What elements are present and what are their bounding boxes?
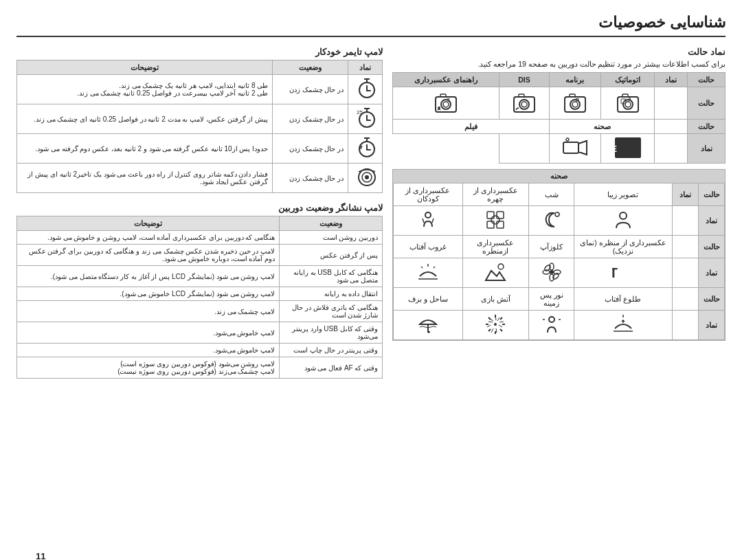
icon-cell xyxy=(348,164,383,193)
svg-rect-17 xyxy=(570,94,575,97)
col-vaziat: وضعیت xyxy=(273,60,348,75)
sunrise-icon-svg xyxy=(612,313,634,335)
vaziat-cell: دوربین روشن است xyxy=(280,231,383,245)
namad-title: نماد حالت xyxy=(392,47,726,57)
backlight-icon-svg xyxy=(541,313,563,335)
macro-icon-svg xyxy=(541,261,563,283)
portrait-icon-svg xyxy=(612,209,634,231)
table-row: در حال چشمک زدن فشار دادن دکمه شاتر روی … xyxy=(17,164,383,193)
namad-icon-cell xyxy=(655,87,688,120)
svg-marker-32 xyxy=(578,141,587,155)
namad-section: نماد حالت برای کسب اطلاعات بیشتر در مورد… xyxy=(392,47,726,341)
col-namad: نماد xyxy=(348,60,383,75)
table-row: نماد xyxy=(394,206,725,236)
table-row: حالت صحنه فیلم xyxy=(393,120,726,134)
table-row: نماد xyxy=(394,311,725,340)
svg-point-51 xyxy=(549,317,554,322)
namad-blank3 xyxy=(673,258,699,288)
face-cell: عکسبرداری از چهره xyxy=(462,183,529,206)
namad-label3: نماد xyxy=(699,311,725,340)
svg-rect-39 xyxy=(497,221,504,228)
face-icon xyxy=(462,206,529,236)
col-tozihat: توضیحات xyxy=(17,60,273,75)
lamp-status-table: وضعیت توضیحات دوربین روشن است هنگامی که … xyxy=(16,216,383,379)
svg-point-50 xyxy=(498,264,504,269)
kids-icon-svg xyxy=(417,209,439,231)
svg-rect-29 xyxy=(615,137,641,158)
sunrise-cell: طلوع آفتاب xyxy=(574,288,672,311)
table-row: وقتی که کابل USB وارد پرینتر می‌شود لامپ… xyxy=(17,322,383,344)
landscape-icon-svg xyxy=(484,261,506,283)
backlight-icon xyxy=(529,311,574,340)
hal-label: حالت xyxy=(699,183,725,206)
svg-rect-37 xyxy=(497,212,504,219)
sunset-cell: غروب آفتاب xyxy=(394,236,462,258)
guide-icon-cell: ? xyxy=(393,87,499,120)
vaziat-cell: انتقال داده به رایانه xyxy=(280,287,383,301)
col-guide: راهنمای عکسبرداری xyxy=(393,73,499,87)
svg-rect-36 xyxy=(487,212,494,219)
svg-rect-26 xyxy=(440,94,446,97)
macro-cell: کلوزآپ xyxy=(529,236,574,258)
closeup-cell: عکسبرداری از منظره (نمای نزدیک) xyxy=(574,236,672,258)
tozihat-cell: پیش از گرفتن عکس، لامپ به مدت 2 ثانیه در… xyxy=(17,104,273,134)
vaziat-cell: وقتی که کابل USB وارد پرینتر می‌شود xyxy=(280,322,383,344)
sunset-icon xyxy=(394,258,462,288)
table-row: حالت عکسبرداری از منظره (نمای نزدیک) کلو… xyxy=(394,236,725,258)
vaziat-cell: وقتی پرینتر در حال چاپ است xyxy=(280,344,383,357)
scene-table: حالت نماد تصویر زیبا شب عکسبرداری از چهر… xyxy=(393,183,725,340)
timer1-icon xyxy=(356,78,378,100)
kids-cell: عکسبرداری از کودکان xyxy=(394,183,462,206)
table-row: حالت نماد تصویر زیبا شب عکسبرداری از چهر… xyxy=(394,183,725,206)
table-row: حالت طلوع آفتاب نور پس زمینه آتش بازی سا… xyxy=(394,288,725,311)
svg-point-40 xyxy=(491,216,499,224)
face-icon-svg xyxy=(484,209,506,231)
tozihat-cell: لامپ چشمک می زند. xyxy=(17,301,280,322)
scene-cell: صحنه xyxy=(549,120,655,134)
namad-blank2 xyxy=(673,236,699,258)
svg-rect-11 xyxy=(622,94,628,97)
timer4-icon xyxy=(356,166,378,188)
film-namad-cell xyxy=(549,134,600,164)
svg-rect-31 xyxy=(563,142,578,153)
namad-blank xyxy=(673,206,699,236)
table-row: پس از گرفتن عکس لامپ در حین ذخیره شدن عک… xyxy=(17,245,383,266)
landscape-cell: عکسبرداری ازمنطره xyxy=(462,236,529,258)
beach-icon-svg xyxy=(417,313,439,335)
svg-text:A: A xyxy=(628,97,631,102)
svg-point-35 xyxy=(555,212,559,216)
auto-icon-cell: A xyxy=(601,87,655,120)
svg-point-41 xyxy=(425,212,431,218)
col-tozihat: توضیحات xyxy=(17,216,280,231)
icon-cell xyxy=(348,75,383,104)
svg-point-33 xyxy=(566,138,569,141)
table-row: 25 در حال چشمک زدن پیش از گرفتن عکس، لام… xyxy=(17,104,383,134)
icon-cell xyxy=(348,134,383,164)
film-icon xyxy=(562,137,588,159)
lamp-auto-table: نماد وضعیت توضیحات xyxy=(16,60,383,193)
backlight-cell: نور پس زمینه xyxy=(529,288,574,311)
landscape-icon xyxy=(462,258,529,288)
table-row: دوربین روشن است هنگامی که دوربین برای عک… xyxy=(17,231,383,245)
lamp-auto-title: لامپ تایمر خودکار xyxy=(16,47,383,57)
svg-point-20 xyxy=(519,100,529,109)
svg-text:?: ? xyxy=(447,97,450,103)
scene-icon: SCENE xyxy=(614,137,642,159)
vaziat-cell: پس از گرفتن عکس xyxy=(280,245,383,266)
tozihat-cell: لامپ روشن می‌شود (فوکوس دوربین روی سوژه … xyxy=(17,357,280,379)
tozihat-cell: هنگامی که دوربین برای عکسبرداری آماده اس… xyxy=(17,231,280,245)
empty-namad xyxy=(499,134,549,164)
vaziat-cell: در حال چشمک زدن xyxy=(273,75,348,104)
lamp-status-title: لامپ نشانگر وضعیت دوربین xyxy=(16,203,383,213)
col-namad: نماد xyxy=(655,73,688,87)
timer3-icon xyxy=(356,137,378,159)
vaziat-cell: در حال چشمک زدن xyxy=(273,164,348,193)
tozihat-cell: لامپ خاموش می‌شود. xyxy=(17,344,280,357)
table-row: انتقال داده به رایانه لامپ روشن می شود (… xyxy=(17,287,383,301)
table-row: هنگامی که باتری فلاش در حال شارژ شدن است… xyxy=(17,301,383,322)
dis-camera-icon xyxy=(512,90,537,115)
dis-icon-cell xyxy=(499,87,549,120)
hal-label3: حالت xyxy=(699,236,725,258)
table-row: در حال چشمک زدن حدودا پس از10 ثانیه عکس … xyxy=(17,134,383,164)
table-row: نماد SCENE xyxy=(393,134,726,164)
